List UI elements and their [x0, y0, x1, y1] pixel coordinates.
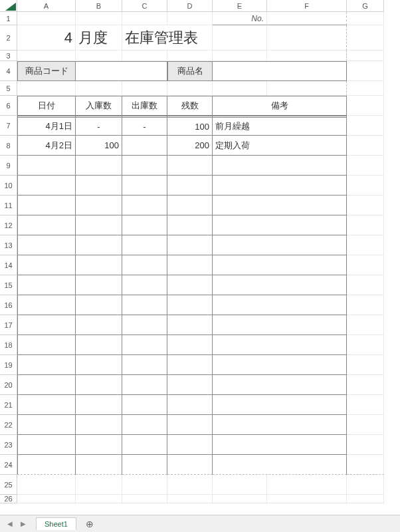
- table-row[interactable]: [122, 156, 167, 176]
- table-row[interactable]: [76, 235, 122, 255]
- table-row[interactable]: [122, 215, 167, 235]
- cell-G18[interactable]: [347, 335, 384, 355]
- cell-B1[interactable]: [76, 12, 122, 25]
- table-row[interactable]: [17, 395, 76, 415]
- table-row[interactable]: [122, 295, 167, 315]
- table-row[interactable]: [76, 295, 122, 315]
- table-row[interactable]: [167, 295, 213, 315]
- cell-F25[interactable]: [267, 475, 347, 495]
- col-G[interactable]: G: [347, 0, 384, 12]
- row-7[interactable]: 7: [0, 116, 17, 136]
- nav-next-icon[interactable]: ▶: [17, 518, 29, 530]
- col-F[interactable]: F: [267, 0, 347, 12]
- table-row[interactable]: [167, 255, 213, 275]
- table-row[interactable]: [76, 375, 122, 395]
- table-row[interactable]: [17, 435, 76, 455]
- table-row[interactable]: [167, 355, 213, 375]
- table-row[interactable]: [167, 335, 213, 355]
- cell-D25[interactable]: [167, 475, 213, 495]
- cell-C25[interactable]: [122, 475, 167, 495]
- cell-F2[interactable]: [267, 25, 347, 51]
- cell-G21[interactable]: [347, 395, 384, 415]
- row-22[interactable]: 22: [0, 415, 17, 435]
- col-C[interactable]: C: [122, 0, 167, 12]
- col-E[interactable]: E: [213, 0, 267, 12]
- table-row[interactable]: [76, 455, 122, 475]
- table-row[interactable]: [122, 196, 167, 215]
- cell-A3[interactable]: [17, 51, 76, 61]
- table-row[interactable]: [167, 455, 213, 475]
- col-B[interactable]: B: [76, 0, 122, 12]
- cell-D3[interactable]: [167, 51, 213, 61]
- row-3[interactable]: 3: [0, 51, 17, 61]
- row-19[interactable]: 19: [0, 355, 17, 375]
- table-row[interactable]: [213, 275, 347, 295]
- cell-E5[interactable]: [213, 81, 267, 96]
- table-row[interactable]: [167, 275, 213, 295]
- cell-A26[interactable]: [17, 495, 76, 503]
- table-row[interactable]: [122, 375, 167, 395]
- table-row[interactable]: [17, 415, 76, 435]
- table-row[interactable]: [122, 415, 167, 435]
- cell-G2[interactable]: [347, 25, 384, 51]
- table-row[interactable]: [213, 335, 347, 355]
- add-sheet-icon[interactable]: ⊕: [83, 517, 96, 531]
- table-row[interactable]: [76, 156, 122, 176]
- td-date-0[interactable]: 4月1日: [17, 116, 76, 136]
- table-row[interactable]: [76, 415, 122, 435]
- cell-F26[interactable]: [267, 495, 347, 503]
- cell-G11[interactable]: [347, 196, 384, 215]
- row-26[interactable]: 26: [0, 495, 17, 503]
- nav-prev-icon[interactable]: ◀: [4, 518, 16, 530]
- td-notes-0[interactable]: 前月繰越: [213, 116, 347, 136]
- cell-G3[interactable]: [347, 51, 384, 61]
- cell-G4[interactable]: [347, 61, 384, 81]
- table-row[interactable]: [122, 455, 167, 475]
- sheet-tab[interactable]: Sheet1: [36, 517, 76, 530]
- table-row[interactable]: [17, 196, 76, 215]
- cell-A1[interactable]: [17, 12, 76, 25]
- col-A[interactable]: A: [17, 0, 76, 12]
- table-row[interactable]: [17, 295, 76, 315]
- select-all-corner[interactable]: [0, 0, 17, 12]
- cell-D26[interactable]: [167, 495, 213, 503]
- cell-G14[interactable]: [347, 255, 384, 275]
- table-row[interactable]: [122, 176, 167, 196]
- table-row[interactable]: [17, 335, 76, 355]
- row-2[interactable]: 2: [0, 25, 17, 51]
- row-1[interactable]: 1: [0, 12, 17, 25]
- cell-B3[interactable]: [76, 51, 122, 61]
- table-row[interactable]: [17, 455, 76, 475]
- table-row[interactable]: [76, 335, 122, 355]
- table-row[interactable]: [213, 315, 347, 335]
- cell-D5[interactable]: [167, 81, 213, 96]
- cell-B26[interactable]: [76, 495, 122, 503]
- td-in-1[interactable]: 100: [76, 136, 122, 156]
- row-10[interactable]: 10: [0, 176, 17, 196]
- row-21[interactable]: 21: [0, 395, 17, 415]
- cell-G9[interactable]: [347, 156, 384, 176]
- row-14[interactable]: 14: [0, 255, 17, 275]
- cell-E3[interactable]: [213, 51, 267, 61]
- cell-G10[interactable]: [347, 176, 384, 196]
- table-row[interactable]: [76, 435, 122, 455]
- cell-G23[interactable]: [347, 435, 384, 455]
- row-11[interactable]: 11: [0, 196, 17, 215]
- cell-G26[interactable]: [347, 495, 384, 503]
- cell-G5[interactable]: [347, 81, 384, 96]
- month-number[interactable]: 4: [17, 25, 76, 51]
- table-row[interactable]: [167, 375, 213, 395]
- table-row[interactable]: [76, 255, 122, 275]
- table-row[interactable]: [17, 156, 76, 176]
- table-row[interactable]: [167, 196, 213, 215]
- row-23[interactable]: 23: [0, 435, 17, 455]
- table-row[interactable]: [17, 255, 76, 275]
- col-D[interactable]: D: [167, 0, 213, 12]
- row-24[interactable]: 24: [0, 455, 17, 475]
- cell-B5[interactable]: [76, 81, 122, 96]
- table-row[interactable]: [167, 215, 213, 235]
- table-row[interactable]: [17, 176, 76, 196]
- product-name-value[interactable]: [213, 61, 347, 81]
- table-row[interactable]: [17, 215, 76, 235]
- td-out-1[interactable]: [122, 136, 167, 156]
